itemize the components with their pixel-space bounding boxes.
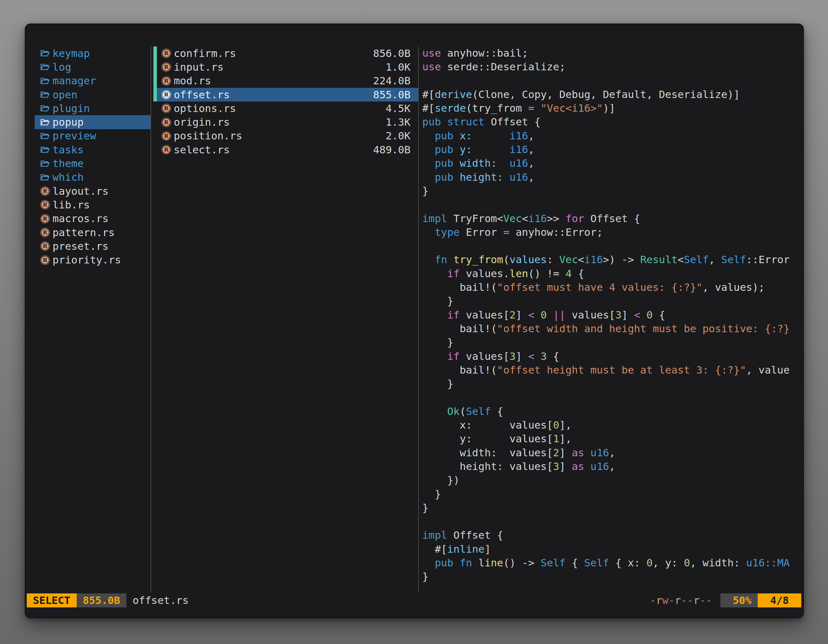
code-line-31: height: values[3] as u16, [422,460,803,473]
item-label: open [52,89,77,101]
code-line-19: } [422,294,803,308]
svg-text:R: R [43,257,48,263]
item-label: pattern.rs [52,227,115,239]
file-row-select-rs[interactable]: Rselect.rs489.0B [154,143,418,157]
code-line-26 [422,391,803,404]
code-line-23: if values[3] < 3 { [422,350,803,364]
code-line-12 [422,198,803,212]
file-name: confirm.rs [174,47,373,60]
status-bar: SELECT 855.0B offset.rs -rw-r--r-- 50% 4… [27,594,801,607]
rust-file-icon: R [40,255,50,265]
parent-directory-pane: keymaplogmanageropenpluginpopuppreviewta… [34,47,151,267]
parent-item-preset-rs[interactable]: Rpreset.rs [34,239,151,253]
code-line-34: } [422,501,803,515]
scrollbar-indicator[interactable] [154,47,157,102]
parent-item-lib-rs[interactable]: Rlib.rs [34,198,151,212]
code-line-18: bail!("offset must have 4 values: {:?}",… [422,280,803,294]
rust-file-icon: R [40,227,50,237]
code-line-11: } [422,184,803,198]
file-row-input-rs[interactable]: Rinput.rs1.0K [154,60,418,74]
svg-text:R: R [164,91,169,98]
code-line-8: pub y: i16, [422,143,803,157]
parent-item-layout-rs[interactable]: Rlayout.rs [34,184,151,198]
folder-open-icon [40,103,50,113]
code-line-38: pub fn line() -> Self { Self { x: 0, y: … [422,556,803,570]
file-size: 1.0K [386,61,411,73]
folder-open-icon [40,159,50,169]
rust-file-icon: R [162,49,171,58]
svg-text:R: R [164,50,169,56]
code-line-7: pub x: i16, [422,129,803,143]
file-size: 2.0K [386,130,411,142]
code-line-22: } [422,336,803,349]
code-line-27: Ok(Self { [422,405,803,418]
item-label: plugin [52,102,90,114]
file-size: 4.5K [386,102,411,114]
code-line-28: x: values[0], [422,418,803,432]
file-row-position-rs[interactable]: Rposition.rs2.0K [154,129,418,143]
item-label: macros.rs [52,213,108,225]
code-line-35 [422,515,803,528]
rust-file-icon: R [162,76,171,86]
parent-item-popup[interactable]: popup [34,115,151,129]
file-row-options-rs[interactable]: Roptions.rs4.5K [154,102,418,115]
parent-item-theme[interactable]: theme [34,157,151,170]
svg-text:R: R [43,188,48,194]
pane-separator-left [151,47,151,592]
item-label: log [52,61,71,73]
folder-open-icon [40,118,50,127]
item-label: tasks [52,144,84,156]
file-row-offset-rs[interactable]: Roffset.rs855.0B [154,88,418,102]
parent-item-macros-rs[interactable]: Rmacros.rs [34,212,151,226]
file-size: 856.0B [373,47,411,60]
cursor-position-chip: 4/8 [758,594,801,607]
file-size: 489.0B [373,144,411,156]
code-line-20: if values[2] < 0 || values[3] < 0 { [422,308,803,322]
file-name: select.rs [174,144,373,156]
file-row-mod-rs[interactable]: Rmod.rs224.0B [154,74,418,88]
mode-badge: SELECT [27,594,77,607]
parent-item-manager[interactable]: manager [34,74,151,88]
code-line-37: #[inline] [422,542,803,556]
parent-item-preview[interactable]: preview [34,129,151,143]
code-line-16: fn try_from(values: Vec<i16>) -> Result<… [422,253,803,266]
code-line-32: }) [422,473,803,487]
file-row-confirm-rs[interactable]: Rconfirm.rs856.0B [154,47,418,60]
item-label: manager [52,75,96,87]
parent-item-open[interactable]: open [34,88,151,102]
parent-item-tasks[interactable]: tasks [34,143,151,157]
code-line-13: impl TryFrom<Vec<i16>> for Offset { [422,212,803,226]
code-line-2: use serde::Deserialize; [422,60,803,74]
svg-text:R: R [164,78,169,84]
parent-item-log[interactable]: log [34,60,151,74]
code-line-33: } [422,487,803,501]
rust-file-icon: R [162,62,171,72]
current-directory-pane: Rconfirm.rs856.0BRinput.rs1.0KRmod.rs224… [154,47,418,157]
code-line-15 [422,239,803,253]
folder-open-icon [40,76,50,86]
code-line-29: y: values[1], [422,432,803,446]
folder-open-icon [40,172,50,182]
parent-item-which[interactable]: which [34,171,151,184]
code-line-17: if values.len() != 4 { [422,267,803,280]
folder-open-icon [40,49,50,58]
parent-item-plugin[interactable]: plugin [34,102,151,115]
parent-item-priority-rs[interactable]: Rpriority.rs [34,253,151,266]
rust-file-icon: R [162,145,171,155]
svg-text:R: R [43,202,48,208]
svg-text:R: R [43,229,48,235]
rust-file-icon: R [40,200,50,210]
parent-item-keymap[interactable]: keymap [34,47,151,60]
file-row-origin-rs[interactable]: Rorigin.rs1.3K [154,115,418,129]
folder-open-icon [40,62,50,72]
parent-item-pattern-rs[interactable]: Rpattern.rs [34,226,151,239]
item-label: layout.rs [52,185,108,197]
code-line-24: bail!("offset height must be at least 3:… [422,364,803,377]
code-line-21: bail!("offset width and height must be p… [422,322,803,336]
terminal-window: keymaplogmanageropenpluginpopuppreviewta… [25,24,804,618]
svg-text:R: R [164,64,169,71]
file-size-chip: 855.0B [77,594,127,607]
pane-separator-right [418,47,419,592]
status-filename: offset.rs [133,594,189,606]
svg-text:R: R [43,243,48,249]
